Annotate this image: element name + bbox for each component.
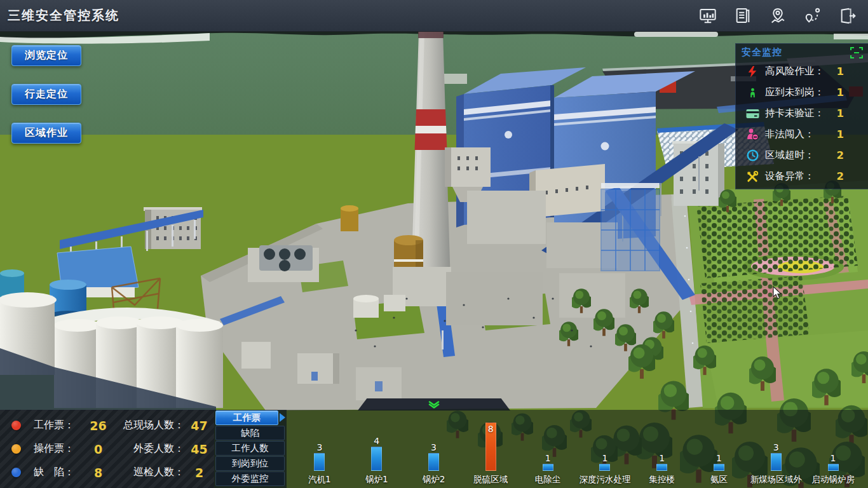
chart-bar-汽机1[interactable]: 3汽机1 [291,413,348,485]
stats-value: 45 [184,442,214,456]
map-locate-icon[interactable] [768,6,788,26]
stats-value: 8 [83,466,114,480]
safety-panel-title: 安全监控 [742,46,782,58]
exit-icon[interactable] [837,6,858,26]
bar-category-label: 氨区 [710,474,728,485]
stats-label: 工作票： [34,419,83,432]
safety-row: 持卡未验证：1 [736,103,868,124]
safety-row: 区域超时：2 [736,145,868,166]
app-title: 三维安全管控系统 [0,7,119,24]
safety-row-label: 高风险作业： [765,65,837,78]
stats-row: 工作票：26总现场人数：47 [0,415,214,437]
bar-category-label: 锅炉1 [365,474,388,485]
bar [828,464,839,471]
bar [714,464,724,471]
intruder-icon [745,128,760,142]
chart-bar-启动锅炉房[interactable]: 1启动锅炉房 [804,413,862,485]
safety-row-label: 应到未到岗： [765,86,837,99]
bar-category-label: 深度污水处理 [579,474,630,485]
bar [314,453,325,471]
bar [656,464,667,471]
chart-bar-锅炉2[interactable]: 3锅炉2 [405,413,463,485]
bar [771,453,782,471]
safety-row-label: 区域超时： [765,149,837,162]
header-bar: 三维安全管控系统 [0,0,868,32]
person-icon [745,86,760,100]
safety-row-label: 非法闯入： [765,128,837,141]
stats-row: 缺 陷：8巡检人数：2 [0,462,214,484]
nav-button-1[interactable]: 浏览定位 [11,45,81,66]
tab-缺陷[interactable]: 缺陷 [215,426,285,441]
safety-row-value: 1 [837,65,844,78]
safety-row: 应到未到岗：1 [736,82,868,103]
clock-icon [745,149,760,163]
status-dot [11,421,21,430]
bar-value-label: 8 [486,424,496,434]
safety-row-value: 2 [837,170,844,182]
stats-label: 外委人数： [114,442,184,456]
stats-value: 2 [184,466,214,480]
chart-bar-集控楼[interactable]: 1集控楼 [634,413,691,485]
bottom-tabs: 工作票缺陷工作人数到岗到位外委监控 [214,410,287,488]
card-icon [745,107,760,121]
bar-category-label: 新煤场区域外 [750,474,802,485]
report-icon[interactable] [733,6,753,26]
chart-bar-脱硫区域[interactable]: 8脱硫区域 [462,413,519,485]
site-stats-panel: 工作票：26总现场人数：47操作票：0外委人数：45缺 陷：8巡检人数：2 [0,410,214,488]
left-nav: 浏览定位行走定位区域作业 [11,45,81,152]
bar-value-label: 3 [431,442,437,452]
safety-row-value: 1 [837,128,844,140]
monitor-stats-icon[interactable] [698,6,718,26]
route-track-icon[interactable] [803,6,823,26]
chart-bar-电除尘[interactable]: 1电除尘 [519,413,576,485]
bar-category-label: 汽机1 [308,474,331,485]
stats-value: 0 [83,442,114,456]
status-dot [11,468,21,477]
bar-value-label: 1 [831,453,836,463]
safety-monitor-panel: 安全监控 高风险作业：1应到未到岗：1持卡未验证：1非法闯入：1区域超时：2设备… [735,43,868,189]
status-dot [11,444,21,454]
bar [599,464,610,471]
safety-row-label: 设备异常： [765,170,837,183]
chevron-down-icon [428,401,440,409]
stats-value: 26 [83,419,114,433]
nav-button-2[interactable]: 行走定位 [11,84,81,105]
nav-button-3[interactable]: 区域作业 [11,123,81,144]
stats-label: 缺 陷： [34,466,83,479]
bar-category-label: 脱硫区域 [473,474,508,485]
bar-category-label: 启动锅炉房 [811,474,855,485]
safety-row: 设备异常：2 [736,166,868,187]
bar-category-label: 集控楼 [649,474,675,485]
bar-category-label: 电除尘 [535,474,561,485]
stats-label: 总现场人数： [114,419,184,432]
bar-value-label: 1 [659,453,665,463]
tab-工作票[interactable]: 工作票 [215,410,278,426]
safety-row-value: 2 [837,149,844,161]
bar-value-label: 4 [374,436,379,446]
stats-label: 巡检人数： [114,466,184,479]
chart-bar-深度污水处理[interactable]: 1深度污水处理 [576,413,634,485]
bar-value-label: 1 [716,453,722,463]
bar-category-label: 锅炉2 [423,474,445,485]
stats-row: 操作票：0外委人数：45 [0,438,214,460]
safety-panel-header: 安全监控 [736,44,868,61]
tab-工作人数[interactable]: 工作人数 [215,441,285,456]
tab-外委监控[interactable]: 外委监控 [215,471,285,487]
lightning-icon [745,65,760,79]
bar: 8 [485,423,496,471]
area-bar-chart: 3汽机14锅炉13锅炉28脱硫区域1电除尘1深度污水处理1集控楼1氨区3新煤场区… [291,413,862,485]
bar [371,447,382,471]
tab-到岗到位[interactable]: 到岗到位 [215,456,285,471]
safety-row-value: 1 [837,107,844,119]
active-tab-arrow-icon [280,413,285,422]
tools-icon [745,170,760,184]
safety-row: 高风险作业：1 [736,61,868,82]
scan-expand-icon[interactable] [850,47,863,58]
chart-bar-锅炉1[interactable]: 4锅炉1 [348,413,405,485]
safety-row-value: 1 [837,86,844,98]
bar-value-label: 3 [316,442,322,452]
chart-bar-氨区[interactable]: 1氨区 [691,413,748,485]
stats-value: 47 [184,419,214,433]
bottom-panel-collapse-handle[interactable] [358,398,510,410]
chart-bar-新煤场区域外[interactable]: 3新煤场区域外 [747,413,804,485]
